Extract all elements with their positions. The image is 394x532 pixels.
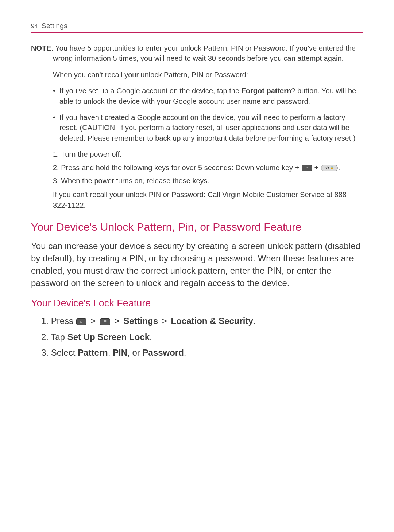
list-item: If you've set up a Google account on the… <box>53 86 363 106</box>
list-item: 1. Press > > Settings > Location & Secur… <box>41 314 363 328</box>
period: . <box>150 332 152 342</box>
heading-unlock-feature: Your Device's Unlock Pattern, Pin, or Pa… <box>31 220 363 235</box>
note-bullets: If you've set up a Google account on the… <box>53 86 363 143</box>
step1-pre: 1. Press <box>41 316 76 326</box>
setup-screenlock-bold: Set Up Screen Lock <box>67 332 150 342</box>
home-key-icon <box>302 165 312 171</box>
list-item: 2. Press and hold the following keys for… <box>53 163 363 173</box>
password-bold: Password <box>142 348 184 357</box>
body-unlock-feature: You can increase your device's security … <box>31 240 363 289</box>
note-intro: NOTE: You have 5 opportunities to enter … <box>31 43 363 64</box>
pin-bold: PIN <box>113 348 127 357</box>
recall-pin-text: If you can't recall your unlock PIN or P… <box>31 189 363 210</box>
step2-plus: + <box>312 164 321 172</box>
recall-intro: When you can't recall your unlock Patter… <box>31 70 363 80</box>
chevron-text: > <box>87 316 100 326</box>
list-item: 1. Turn the power off. <box>53 149 363 159</box>
page-number: 94 <box>31 23 38 30</box>
step2-pre: 2. Tap <box>41 332 67 342</box>
settings-bold: Settings <box>123 316 158 326</box>
period: . <box>184 348 186 357</box>
comma: , <box>108 348 113 357</box>
or-text: , or <box>127 348 142 357</box>
location-security-bold: Location & Security <box>171 316 253 326</box>
list-item: 3. Select Pattern, PIN, or Password. <box>41 346 363 359</box>
chevron-text: > <box>111 316 123 326</box>
list-item: 3. When the power turns on, release thes… <box>53 176 363 186</box>
note-steps: 1. Turn the power off. 2. Press and hold… <box>53 149 363 186</box>
note-label: NOTE <box>31 44 51 52</box>
list-item: 2. Tap Set Up Screen Lock. <box>41 330 363 344</box>
heading-lock-feature: Your Device's Lock Feature <box>31 297 363 310</box>
pattern-bold: Pattern <box>78 348 108 357</box>
chevron-text: > <box>158 316 171 326</box>
running-header: 94 Settings <box>31 22 363 33</box>
note-intro-text: : You have 5 opportunities to enter your… <box>51 44 356 62</box>
power-lock-key-icon <box>321 165 338 171</box>
menu-key-icon <box>100 318 110 325</box>
home-key-icon <box>76 318 86 325</box>
period: . <box>253 316 256 326</box>
section-title: Settings <box>42 22 67 30</box>
step2-pre: 2. Press and hold the following keys for… <box>53 164 301 172</box>
bullet-1-pre: If you've set up a Google account on the… <box>59 87 242 95</box>
step3-pre: 3. Select <box>41 348 78 357</box>
note-block: NOTE: You have 5 opportunities to enter … <box>31 43 363 210</box>
list-item: If you haven't created a Google account … <box>53 112 363 143</box>
lock-feature-steps: 1. Press > > Settings > Location & Secur… <box>41 314 363 359</box>
forgot-pattern-bold: Forgot pattern <box>242 87 291 95</box>
page: 94 Settings NOTE: You have 5 opportuniti… <box>0 0 394 359</box>
step2-post: . <box>338 164 340 172</box>
